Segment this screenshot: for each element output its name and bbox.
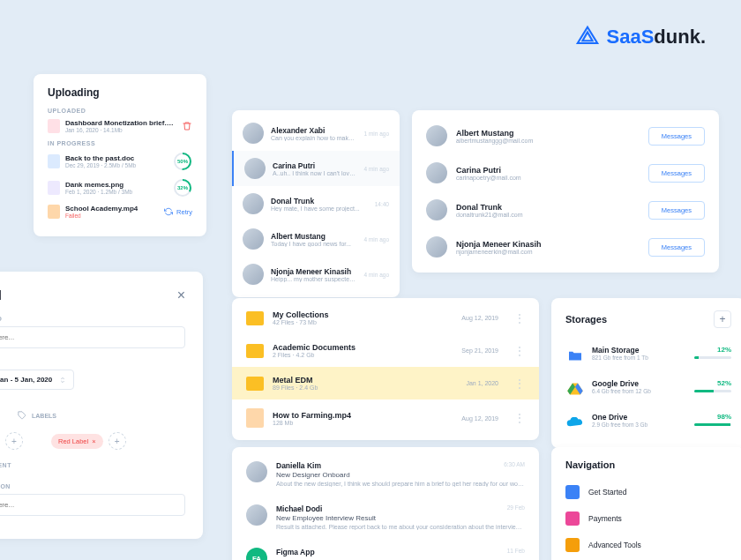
thread-card: Daniella Kim6:30 AM New Designer Onboard…	[232, 447, 539, 560]
file-icon	[246, 408, 264, 428]
nav-item[interactable]: Get Started	[565, 479, 731, 505]
contact-row: Carina Putricarinapoetry@mail.com Messag…	[412, 154, 719, 191]
add-storage-button[interactable]: +	[714, 310, 731, 328]
storage-row[interactable]: Main Storage821 Gb free from 1 Tb 12%	[565, 339, 731, 372]
thread-item[interactable]: Michael Dodi29 Feb New Employee Intervie…	[232, 496, 539, 539]
nav-title: Navigation	[565, 459, 731, 470]
avatar	[246, 504, 267, 526]
thread-item[interactable]: FA Figma App11 Feb	[232, 539, 539, 560]
chat-item[interactable]: Donal TrunkHey mate, I have some project…	[232, 186, 400, 221]
storage-row[interactable]: One Drive2.9 Gb free from 3 Gb 98%	[565, 406, 731, 439]
file-icon	[48, 181, 60, 195]
avatar	[426, 199, 447, 220]
avatar	[244, 158, 266, 179]
add-member-button[interactable]: +	[5, 432, 23, 450]
folder-icon	[246, 311, 264, 325]
card-form-title: ard	[0, 288, 2, 302]
messages-button[interactable]: Messages	[648, 164, 705, 183]
storage-row[interactable]: Google Drive6.4 Gb free from 12 Gb 52%	[565, 372, 731, 406]
thread-item[interactable]: Daniella Kim6:30 AM New Designer Onboard…	[232, 452, 539, 496]
folder-row[interactable]: Metal EDM89 Files · 2.4 Gb Jan 1, 2020 ⋮	[232, 367, 539, 399]
messages-button[interactable]: Messages	[648, 127, 705, 146]
contacts-card: Albert Mustangalbertmustanggg@mail.com M…	[412, 110, 719, 273]
avatar	[426, 125, 447, 146]
storages-card: Storages + Main Storage821 Gb free from …	[551, 298, 741, 448]
close-button[interactable]: ×	[177, 287, 185, 303]
chevron-updown-icon	[59, 377, 66, 384]
more-icon[interactable]: ⋮	[514, 377, 525, 390]
inprogress-label: IN PROGRESS	[48, 140, 192, 146]
label-chip[interactable]: Red Label×	[51, 434, 103, 449]
more-icon[interactable]: ⋮	[514, 345, 525, 357]
onedrive-icon	[566, 417, 584, 428]
retry-button[interactable]: Retry	[164, 207, 192, 216]
avatar	[246, 461, 267, 482]
avatar	[426, 236, 447, 258]
gdrive-icon	[567, 382, 583, 396]
add-label-button[interactable]: +	[109, 432, 126, 450]
delete-icon[interactable]	[182, 121, 192, 131]
messages-button[interactable]: Messages	[648, 238, 705, 257]
nav-icon	[565, 538, 580, 552]
folder-row[interactable]: Academic Documents2 Files · 4.2 Gb Sep 2…	[232, 334, 539, 367]
remove-label-icon[interactable]: ×	[92, 437, 95, 445]
avatar	[243, 123, 264, 144]
nav-item[interactable]: Advanced Tools	[565, 532, 731, 558]
chat-list: Alexander XabiCan you explain how to mak…	[232, 110, 400, 297]
tag-icon	[18, 411, 26, 420]
nav-item[interactable]: Payments	[565, 505, 731, 532]
progress-ring: 50%	[173, 152, 192, 171]
navigation-card: Navigation Get StartedPaymentsAdvanced T…	[551, 447, 741, 560]
contact-row: Donal Trunkdonaltrunk21@mail.com Message…	[412, 191, 719, 228]
chat-item[interactable]: Njonja Meneer KinasihHeipp... my mother …	[232, 257, 400, 292]
nav-icon	[565, 511, 580, 526]
avatar	[243, 228, 264, 250]
progress-file-row: Dank memes.png Feb 1, 2020 · 1.2Mb / 3Mb…	[48, 178, 192, 198]
avatar	[243, 193, 264, 214]
folder-row[interactable]: My Collections42 Files · 73 Mb Aug 12, 2…	[232, 302, 539, 334]
contact-row: Albert Mustangalbertmustanggg@mail.com M…	[412, 117, 719, 154]
file-icon	[48, 154, 60, 168]
avatar	[426, 162, 447, 183]
uploaded-label: UPLOADED	[48, 108, 192, 114]
storages-title: Storages	[565, 314, 607, 325]
folder-icon	[246, 344, 264, 358]
avatar: FA	[246, 548, 267, 560]
logo-icon	[575, 25, 600, 49]
progress-ring: 32%	[173, 178, 192, 198]
card-name-input[interactable]	[0, 326, 185, 348]
file-icon	[48, 119, 60, 133]
failed-file-row: School Academy.mp4 Failed Retry	[48, 205, 192, 219]
avatar	[243, 264, 264, 285]
nav-icon	[565, 485, 580, 499]
folder-storage-icon	[567, 349, 583, 362]
chat-item[interactable]: Carina PutriA..uh.. I think now I can't …	[232, 151, 400, 186]
more-icon[interactable]: ⋮	[514, 412, 525, 424]
uploading-title: Uploading	[48, 86, 192, 99]
date-picker[interactable]: 2 Jan - 5 Jan, 2020	[0, 370, 74, 390]
more-icon[interactable]: ⋮	[514, 312, 525, 325]
brand-logo: SaaSdunk.	[575, 25, 707, 49]
card-form: ard × CARD ATE 2 Jan - 5 Jan, 2020 LABEL…	[0, 272, 203, 539]
chat-item[interactable]: Albert MustangToday I have good news for…	[232, 221, 400, 257]
folders-card: My Collections42 Files · 73 Mb Aug 12, 2…	[232, 298, 539, 440]
progress-file-row: Back to the past.doc Dec 29, 2019 · 2.5M…	[48, 152, 192, 171]
file-row[interactable]: How to Farming.mp4128 Mb Aug 12, 2019 ⋮	[232, 399, 539, 437]
brand-text: SaaSdunk.	[607, 26, 707, 49]
messages-button[interactable]: Messages	[648, 201, 705, 220]
uploaded-file-row: Dashboard Monetization brief.pdf Jan 16,…	[48, 119, 192, 133]
uploading-card: Uploading UPLOADED Dashboard Monetizatio…	[34, 74, 206, 236]
folder-icon	[246, 377, 264, 391]
retry-icon	[164, 207, 173, 216]
file-icon	[48, 205, 60, 219]
contact-row: Njonja Meneer Kinasihnjonjameneerkin@mai…	[412, 228, 719, 265]
chat-item[interactable]: Alexander XabiCan you explain how to mak…	[232, 116, 400, 151]
description-input[interactable]	[0, 494, 185, 516]
